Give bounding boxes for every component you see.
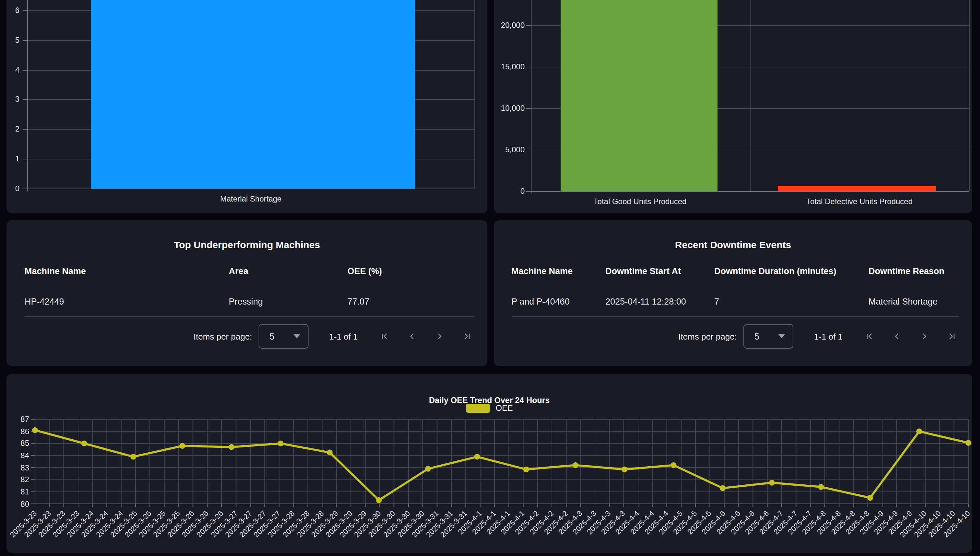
data-point[interactable] <box>327 450 333 456</box>
page-size-select[interactable]: 5 <box>259 324 309 349</box>
y-axis-label: 0 <box>6 184 19 193</box>
last-page-icon <box>461 331 472 341</box>
y-axis-tick <box>23 11 27 11</box>
y-axis-label: 3 <box>6 95 19 104</box>
y-axis-label: 10,000 <box>494 104 525 113</box>
cell-downtime-reason: Material Shortage <box>868 297 938 307</box>
cell-downtime-start: 2025-04-11 12:28:00 <box>605 297 686 307</box>
dropdown-caret-icon <box>778 335 785 338</box>
daily-oee-trend-card: Daily OEE Trend Over 24 Hours OEE 878685… <box>6 374 972 553</box>
chevron-right-icon <box>919 331 930 341</box>
data-point[interactable] <box>965 440 971 446</box>
y-axis-label: 6 <box>6 6 19 15</box>
column-header-machine-name: Machine Name <box>511 266 572 276</box>
column-header-downtime-duration: Downtime Duration (minutes) <box>714 266 836 276</box>
bar-material-shortage[interactable] <box>91 0 415 188</box>
chevron-right-icon <box>434 331 445 341</box>
data-point[interactable] <box>376 497 382 503</box>
previous-page-button[interactable] <box>892 331 902 341</box>
y-axis-label: 4 <box>6 65 19 74</box>
y-axis-tick <box>23 99 27 100</box>
data-point[interactable] <box>130 454 136 460</box>
y-axis-label: 1 <box>6 154 19 163</box>
data-point[interactable] <box>769 480 775 486</box>
next-page-button[interactable] <box>919 331 930 341</box>
y-axis-tick <box>23 159 27 159</box>
y-axis-tick <box>526 25 530 26</box>
x-axis-line <box>27 188 474 189</box>
y-axis-label: 86 <box>6 427 29 436</box>
last-page-button[interactable] <box>946 331 957 341</box>
x-axis-category-label: Total Good Units Produced <box>543 197 737 206</box>
page-size-select[interactable]: 5 <box>744 324 793 349</box>
daily-oee-trend-chart: 87868584838281802025-3-232025-3-232025-3… <box>6 374 972 553</box>
y-axis-label: 81 <box>6 487 29 496</box>
first-page-icon <box>380 331 390 341</box>
y-axis-label: 80 <box>6 499 29 508</box>
data-point[interactable] <box>572 462 578 468</box>
data-point[interactable] <box>180 443 185 449</box>
top-underperforming-machines-card: Top Underperforming Machines Machine Nam… <box>6 220 487 366</box>
units-produced-chart: 05,00010,00015,00020,000Total Good Units… <box>494 0 972 213</box>
y-axis-label: 15,000 <box>494 62 525 71</box>
downtime-by-reason-chart: 0123456Material Shortage <box>6 0 487 213</box>
data-point[interactable] <box>278 441 283 446</box>
first-page-icon <box>865 331 875 341</box>
y-axis-label: 84 <box>6 451 29 460</box>
dropdown-caret-icon <box>294 335 300 338</box>
gridline <box>474 0 475 188</box>
y-axis-tick <box>526 150 530 150</box>
page-range-label: 1-1 of 1 <box>329 331 358 341</box>
x-axis-line <box>530 191 969 192</box>
first-page-button[interactable] <box>380 331 390 341</box>
page-size-value: 5 <box>754 331 759 341</box>
bar-total-defective-units[interactable] <box>778 186 936 191</box>
data-point[interactable] <box>818 484 824 490</box>
gridline <box>750 0 750 191</box>
page-range-label: 1-1 of 1 <box>814 331 843 341</box>
data-point[interactable] <box>228 444 234 450</box>
y-axis-tick <box>526 191 530 192</box>
dashboard-screen: 0123456Material Shortage 05,00010,00015,… <box>0 0 980 556</box>
dashboard-page: 0123456Material Shortage 05,00010,00015,… <box>0 0 980 556</box>
bar-total-good-units[interactable] <box>561 0 717 191</box>
items-per-page-label: Items per page: <box>194 331 252 341</box>
first-page-button[interactable] <box>865 331 875 341</box>
y-axis-tick <box>23 40 27 41</box>
data-point[interactable] <box>32 427 38 433</box>
data-point[interactable] <box>916 428 922 434</box>
column-header-area: Area <box>229 266 248 276</box>
row-divider <box>24 316 474 317</box>
chevron-left-icon <box>407 331 417 341</box>
y-axis-label: 85 <box>6 439 29 448</box>
next-page-button[interactable] <box>434 331 445 341</box>
row-divider <box>512 316 959 317</box>
data-point[interactable] <box>425 466 431 472</box>
cell-machine-name: P and P-40460 <box>511 297 570 307</box>
data-point[interactable] <box>474 454 480 460</box>
data-point[interactable] <box>867 495 873 501</box>
data-point[interactable] <box>523 467 529 472</box>
units-produced-chart-card: 05,00010,00015,00020,000Total Good Units… <box>494 0 972 213</box>
data-point[interactable] <box>671 462 677 468</box>
y-axis-tick <box>526 108 530 109</box>
previous-page-button[interactable] <box>407 331 417 341</box>
downtime-by-reason-chart-card: 0123456Material Shortage <box>6 0 487 213</box>
x-axis-category-label: Material Shortage <box>154 194 348 204</box>
cell-downtime-duration: 7 <box>714 297 719 307</box>
y-axis-tick <box>526 66 530 67</box>
recent-downtime-events-card: Recent Downtime Events Machine Name Down… <box>494 220 972 366</box>
y-axis-label: 20,000 <box>494 20 525 29</box>
last-page-button[interactable] <box>461 331 472 341</box>
data-point[interactable] <box>622 467 627 472</box>
column-header-machine-name: Machine Name <box>24 266 86 276</box>
y-axis-tick <box>23 70 27 70</box>
y-axis-label: 0 <box>494 187 525 196</box>
data-point[interactable] <box>720 485 726 491</box>
card-title: Top Underperforming Machines <box>6 239 487 251</box>
top-row: 0123456Material Shortage 05,00010,00015,… <box>0 0 980 213</box>
paginator: Items per page: 5 1-1 of 1 <box>678 322 957 351</box>
card-title: Recent Downtime Events <box>494 239 972 251</box>
data-point[interactable] <box>81 441 87 446</box>
paginator: Items per page: 5 1-1 of 1 <box>194 322 472 351</box>
